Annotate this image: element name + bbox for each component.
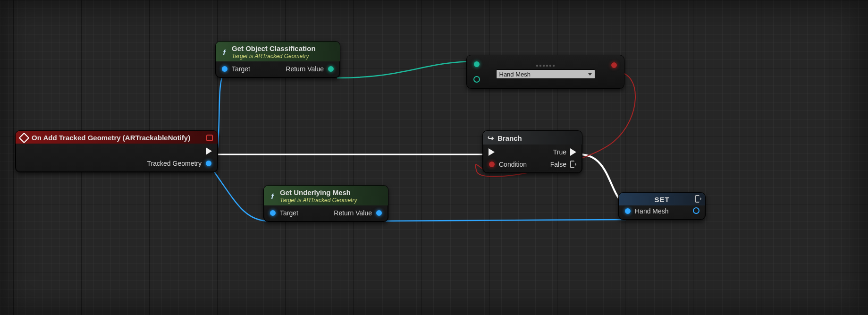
pin-label: Hand Mesh <box>635 207 669 215</box>
return-value-output-pin[interactable]: Return Value <box>334 209 382 217</box>
node-title: On Add Tracked Geometry (ARTrackableNoti… <box>32 134 190 142</box>
object-pin-dot <box>270 210 276 216</box>
node-title: SET <box>654 196 669 204</box>
target-input-pin[interactable]: Target <box>221 65 250 73</box>
object-pin-dot <box>376 210 382 216</box>
condition-input-pin[interactable]: Condition <box>489 161 527 168</box>
grip-handle-icon[interactable] <box>536 65 555 67</box>
node-get-object-classification[interactable]: f Get Object Classification Target is AR… <box>215 41 340 78</box>
node-branch[interactable]: ↪ Branch Condition True False <box>482 130 582 173</box>
exec-arrow-icon <box>570 148 576 156</box>
enum-pin-dot <box>328 66 334 72</box>
chevron-down-icon <box>588 73 592 76</box>
event-icon <box>19 132 30 143</box>
node-subtitle: Target is ARTracked Geometry <box>280 197 357 204</box>
exec-output-pin[interactable] <box>147 147 212 155</box>
function-icon: f <box>269 192 276 200</box>
node-equal-enum[interactable]: Hand Mesh <box>466 55 624 89</box>
pin-label: Condition <box>499 161 527 168</box>
tracked-geometry-output-pin[interactable]: Tracked Geometry <box>147 160 212 167</box>
value-output-pin[interactable] <box>693 207 699 214</box>
enum-dropdown[interactable]: Hand Mesh <box>496 69 595 79</box>
branch-icon: ↪ <box>488 134 494 143</box>
object-pin-dot-open <box>693 207 699 214</box>
function-icon: f <box>220 48 228 56</box>
node-title: Get Object Classification <box>232 44 316 52</box>
hand-mesh-input-pin[interactable]: Hand Mesh <box>624 207 669 215</box>
enum-input-pin[interactable] <box>473 61 480 68</box>
return-value-output-pin[interactable]: Return Value <box>286 65 334 73</box>
pin-label: Target <box>232 65 250 73</box>
exec-arrow-icon <box>206 147 212 155</box>
node-header: On Add Tracked Geometry (ARTrackableNoti… <box>16 131 218 144</box>
node-title: Branch <box>497 134 522 142</box>
node-set-hand-mesh[interactable]: SET Hand Mesh <box>618 192 706 220</box>
exec-arrow-icon <box>489 148 495 156</box>
bool-pin-dot <box>489 161 495 168</box>
exec-arrow-hollow-icon <box>570 161 576 168</box>
node-header: SET <box>619 193 705 205</box>
breakpoint-icon[interactable] <box>206 135 213 141</box>
enum-input-pin-b[interactable] <box>473 76 480 83</box>
pin-label: Return Value <box>286 65 324 73</box>
object-pin-dot <box>205 160 212 167</box>
node-header: f Get Underlying Mesh Target is ARTracke… <box>264 186 388 205</box>
pin-label: Target <box>280 209 298 217</box>
false-output-pin[interactable]: False <box>550 161 576 168</box>
pin-label: Tracked Geometry <box>147 160 202 167</box>
node-get-underlying-mesh[interactable]: f Get Underlying Mesh Target is ARTracke… <box>263 185 388 222</box>
exec-input-pin[interactable] <box>489 148 527 156</box>
node-subtitle: Target is ARTracked Geometry <box>232 53 316 60</box>
node-title: Get Underlying Mesh <box>280 188 351 196</box>
bool-output-pin[interactable] <box>611 62 617 68</box>
pin-label: Return Value <box>334 209 372 217</box>
object-pin-dot <box>624 208 631 214</box>
dropdown-value: Hand Mesh <box>499 71 531 78</box>
node-header: f Get Object Classification Target is AR… <box>216 42 340 61</box>
pin-label: False <box>550 161 566 168</box>
true-output-pin[interactable]: True <box>550 148 576 156</box>
node-on-add-tracked-geometry[interactable]: On Add Tracked Geometry (ARTrackableNoti… <box>15 130 218 172</box>
node-header: ↪ Branch <box>483 131 582 145</box>
object-pin-dot <box>221 66 228 72</box>
pin-label: True <box>553 148 566 156</box>
target-input-pin[interactable]: Target <box>270 209 298 217</box>
